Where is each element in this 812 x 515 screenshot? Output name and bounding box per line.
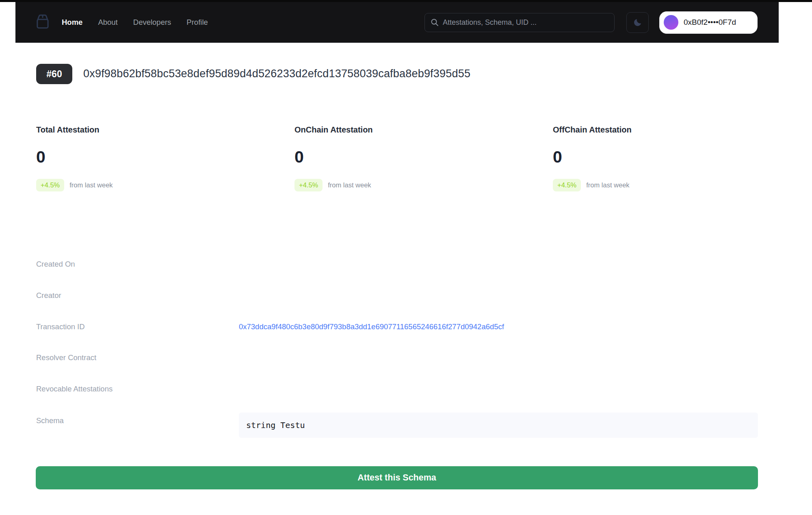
detail-label-created-on: Created On xyxy=(36,259,75,269)
wallet-avatar xyxy=(664,15,678,30)
navbar: Home About Developers Profile 0xB0f xyxy=(15,2,779,43)
change-badge: +4.5% xyxy=(294,179,323,191)
stat-value: 0 xyxy=(553,148,811,167)
stat-change-row: +4.5% from last week xyxy=(36,179,294,191)
change-badge: +4.5% xyxy=(36,179,64,191)
stat-total-attestation: Total Attestation 0 +4.5% from last week xyxy=(36,125,294,191)
nav-link-developers[interactable]: Developers xyxy=(133,18,171,27)
detail-label-creator: Creator xyxy=(36,290,61,301)
change-note: from last week xyxy=(69,181,113,189)
schema-detail-page: Home About Developers Profile 0xB0f xyxy=(0,0,812,515)
schema-number-badge: #60 xyxy=(36,64,72,84)
stat-value: 0 xyxy=(294,148,553,167)
nav-link-home[interactable]: Home xyxy=(62,18,82,27)
change-badge: +4.5% xyxy=(553,179,581,191)
schema-definition-code: string Testu xyxy=(246,420,305,430)
stats-row: Total Attestation 0 +4.5% from last week… xyxy=(36,125,811,191)
stat-offchain-attestation: OffChain Attestation 0 +4.5% from last w… xyxy=(553,125,811,191)
search-input[interactable] xyxy=(443,18,608,27)
search-box[interactable] xyxy=(424,13,615,32)
stat-change-row: +4.5% from last week xyxy=(553,179,811,191)
stat-title: Total Attestation xyxy=(36,125,294,135)
app-logo[interactable] xyxy=(34,13,51,32)
search-icon xyxy=(431,18,439,26)
schema-uid: 0x9f98b62bf58bc53e8def95d89d4d526233d2ef… xyxy=(83,67,470,80)
change-note: from last week xyxy=(328,181,371,189)
nav-links: Home About Developers Profile xyxy=(62,18,208,27)
detail-label-schema: Schema xyxy=(36,415,64,426)
stat-onchain-attestation: OnChain Attestation 0 +4.5% from last we… xyxy=(294,125,553,191)
detail-label-revocable-attestations: Revocable Attestations xyxy=(36,384,113,394)
nav-link-about[interactable]: About xyxy=(98,18,117,27)
attest-schema-button[interactable]: Attest this Schema xyxy=(36,466,758,489)
theme-toggle-button[interactable] xyxy=(626,12,649,33)
wallet-address: 0xB0f2••••0F7d xyxy=(684,18,736,27)
stat-title: OffChain Attestation xyxy=(553,125,811,135)
detail-label-transaction-id: Transaction ID xyxy=(36,322,85,332)
wallet-pill[interactable]: 0xB0f2••••0F7d xyxy=(659,11,758,34)
transaction-id-link[interactable]: 0x73ddca9f480c6b3e80d9f793b8a3dd1e690771… xyxy=(239,322,504,332)
nav-link-profile[interactable]: Profile xyxy=(186,18,208,27)
moon-icon xyxy=(633,17,643,27)
stat-value: 0 xyxy=(36,148,294,167)
stat-title: OnChain Attestation xyxy=(294,125,553,135)
change-note: from last week xyxy=(586,181,629,189)
schema-definition-box: string Testu xyxy=(239,413,758,438)
stat-change-row: +4.5% from last week xyxy=(294,179,553,191)
package-icon xyxy=(34,12,51,33)
detail-label-resolver-contract: Resolver Contract xyxy=(36,352,96,363)
